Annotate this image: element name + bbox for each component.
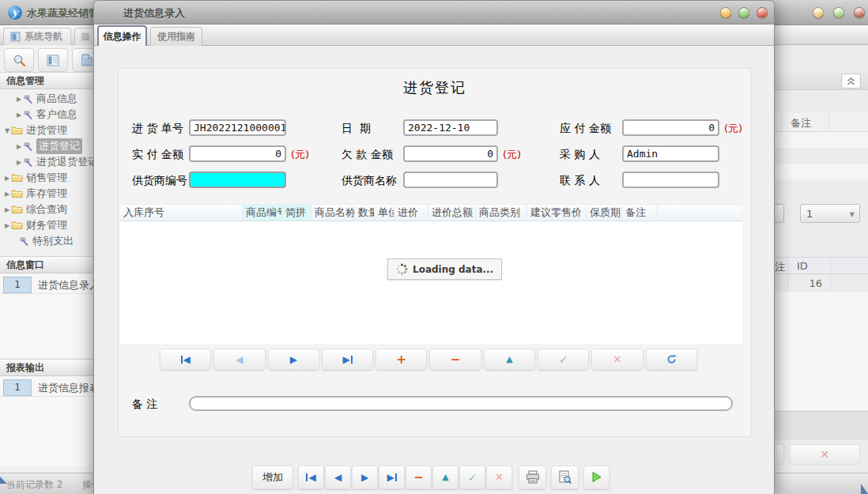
- nav-last-button[interactable]: ▶: [322, 349, 373, 370]
- col-header[interactable]: 商品编号: [243, 205, 282, 221]
- supplier-no-input[interactable]: [189, 172, 286, 188]
- col-header[interactable]: 进价总额: [428, 205, 476, 221]
- expand-arrow-icon[interactable]: ▶: [15, 159, 23, 166]
- double-chevron-up-icon: [847, 77, 855, 85]
- order-no-value: JH2022121000001: [194, 122, 286, 134]
- col-header[interactable]: 商品类别: [476, 205, 527, 221]
- tab-user-guide[interactable]: 使用指南: [150, 27, 202, 46]
- dialog-titlebar[interactable]: 进货信息录入: [94, 1, 774, 25]
- toolbar-last-button[interactable]: ▶: [379, 466, 405, 489]
- tree-item-purchase-return[interactable]: ▶ 进货退货登记: [0, 154, 103, 170]
- nav-cancel-button[interactable]: ✕: [591, 349, 643, 370]
- row-label: 进货信息录入: [38, 278, 100, 292]
- collapse-arrow-icon[interactable]: ▼: [3, 127, 11, 134]
- toolbar-previous-button[interactable]: ◀: [325, 466, 351, 489]
- debt-input[interactable]: 0: [403, 145, 498, 162]
- resize-grip-icon[interactable]: [861, 484, 868, 494]
- nav-refresh-button[interactable]: [646, 349, 697, 370]
- bg-cancel-button[interactable]: ✕: [789, 444, 860, 465]
- run-button[interactable]: [583, 466, 609, 489]
- maximize-button[interactable]: [738, 7, 749, 18]
- paid-input[interactable]: 0: [189, 145, 286, 162]
- toolbar-cancel-button[interactable]: ✕: [486, 466, 512, 489]
- table-row[interactable]: [775, 132, 868, 148]
- col-header[interactable]: 数量: [355, 205, 375, 221]
- tree-item-customer-info[interactable]: ▶ 客户信息: [0, 107, 103, 123]
- payable-input[interactable]: 0: [622, 119, 719, 136]
- expand-arrow-icon[interactable]: ▶: [15, 111, 23, 119]
- nav-next-button[interactable]: ▶: [268, 349, 319, 370]
- nav-delete-button[interactable]: −: [429, 349, 481, 370]
- col-header[interactable]: 进价: [394, 205, 428, 221]
- tab-info-operation[interactable]: 信息操作: [97, 25, 147, 46]
- tree-item-label: 库存管理: [26, 187, 67, 201]
- expand-arrow-icon[interactable]: ▶: [3, 206, 11, 213]
- refresh-icon: [666, 354, 677, 364]
- table-row[interactable]: [775, 148, 868, 164]
- minimize-button[interactable]: [813, 7, 824, 18]
- remark-input[interactable]: [189, 396, 733, 411]
- tree-item-query[interactable]: ▶ 综合查询: [0, 202, 103, 217]
- last-icon: ▶: [342, 354, 349, 365]
- col-header[interactable]: 备注: [622, 205, 658, 221]
- row-number: 1: [3, 277, 32, 293]
- page-select-dropdown[interactable]: 1 ▼: [800, 204, 860, 223]
- order-no-input[interactable]: JH2022121000001: [189, 119, 286, 136]
- table-row[interactable]: [775, 164, 868, 179]
- toolbar-first-button[interactable]: ◀: [298, 466, 324, 489]
- nav-previous-button[interactable]: ◀: [213, 349, 265, 370]
- tree-item-purchase-manage[interactable]: ▼ 进货管理: [0, 123, 103, 138]
- tab-system-nav[interactable]: 系统导航: [3, 28, 71, 45]
- tree-item-sales-manage[interactable]: ▶ 销售管理: [0, 170, 103, 186]
- toolbar-confirm-button[interactable]: ✓: [459, 466, 485, 489]
- print-preview-button[interactable]: [551, 466, 579, 489]
- toolbar-next-button[interactable]: ▶: [352, 466, 378, 489]
- search-tool-button[interactable]: [4, 48, 34, 72]
- add-record-button[interactable]: 增加: [252, 466, 293, 489]
- expand-arrow-icon[interactable]: ▶: [15, 96, 23, 103]
- tree-item-product-info[interactable]: ▶ 商品信息: [0, 91, 103, 107]
- collapse-panel-button[interactable]: [841, 74, 861, 89]
- col-header[interactable]: 简拼: [282, 205, 311, 221]
- col-header[interactable]: 保质期: [587, 205, 622, 221]
- toolbar-delete-button[interactable]: −: [406, 466, 432, 489]
- list-tool-button[interactable]: [38, 48, 68, 72]
- paid-unit: (元): [291, 148, 309, 162]
- buyer-input[interactable]: Admin: [622, 145, 719, 162]
- expand-arrow-icon[interactable]: ▶: [3, 222, 11, 229]
- col-header[interactable]: 商品名称: [311, 205, 355, 221]
- toolbar-edit-button[interactable]: ▲: [432, 466, 459, 489]
- contact-input[interactable]: [622, 172, 719, 188]
- expand-arrow-icon[interactable]: ▶: [3, 190, 11, 198]
- tree-item-finance-manage[interactable]: ▶ 财务管理: [0, 217, 103, 233]
- nav-confirm-button[interactable]: ✓: [538, 349, 589, 370]
- nav-first-button[interactable]: ◀: [160, 349, 211, 370]
- print-button[interactable]: [519, 466, 546, 489]
- col-header[interactable]: 入库序号: [120, 205, 243, 221]
- tree-item-special-expense[interactable]: 特别支出: [0, 233, 103, 249]
- expand-arrow-icon[interactable]: ▶: [3, 175, 11, 182]
- screen: y 水果蔬菜经销管理系统 系统导航: [0, 0, 868, 494]
- nav-edit-button[interactable]: ▲: [484, 349, 535, 370]
- remark-label: 备 注: [132, 398, 157, 412]
- paid-value: 0: [275, 148, 281, 160]
- col-header[interactable]: 建议零售价: [527, 205, 587, 221]
- supplier-name-input[interactable]: [403, 172, 498, 188]
- tool-icon: [23, 141, 33, 152]
- section-header-report-output: 报表输出: [0, 359, 103, 376]
- dropdown-value: 1: [806, 208, 813, 220]
- expand-arrow-icon[interactable]: ▶: [15, 143, 23, 150]
- date-input[interactable]: 2022-12-10: [403, 119, 498, 136]
- list-item[interactable]: 1 进货信息报表: [0, 379, 103, 397]
- tree-item-stock-manage[interactable]: ▶ 库存管理: [0, 186, 103, 202]
- close-button[interactable]: [757, 7, 768, 18]
- col-header[interactable]: 单位: [375, 205, 394, 221]
- maximize-button[interactable]: [833, 7, 844, 18]
- minimize-button[interactable]: [720, 7, 731, 18]
- nav-add-button[interactable]: +: [376, 349, 427, 370]
- close-button[interactable]: [854, 7, 865, 18]
- tree-item-purchase-register[interactable]: ▶ 进货登记: [0, 138, 103, 154]
- resize-grip-icon[interactable]: [0, 477, 7, 484]
- confirm-icon: ✓: [468, 471, 477, 484]
- list-item[interactable]: 1 进货信息录入: [0, 276, 103, 294]
